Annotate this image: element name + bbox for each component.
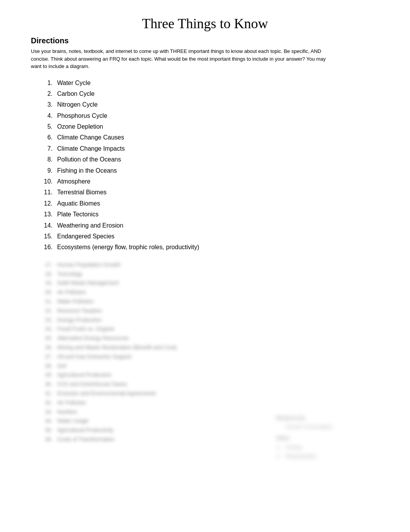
- blurred-topic-label: Nutrition: [57, 408, 77, 417]
- topic-number: 7.: [39, 144, 57, 154]
- topic-number: 4.: [39, 111, 57, 121]
- main-topic-item: 6.Climate Change Causes: [39, 133, 379, 143]
- blurred-topic-label: Fossil Fuels vs. Organic: [57, 325, 115, 334]
- blurred-topic-label: Human Population Growth: [57, 260, 120, 270]
- main-topic-item: 3.Nitrogen Cycle: [39, 100, 379, 110]
- blurred-topic-label: Air Pollution: [57, 398, 86, 408]
- topic-label: Weathering and Erosion: [57, 221, 123, 231]
- blurred-topic-label: Costs of Transformation: [57, 435, 115, 444]
- blurred-topic-label: Soil: [57, 362, 66, 371]
- blurred-topic-number: 25.: [39, 334, 57, 343]
- blurred-topic-label: Solid Waste Management: [57, 279, 119, 288]
- main-topic-item: 10.Atmosphere: [39, 177, 379, 187]
- blurred-topic-item: 27.Oil and Gas Extraction Support: [39, 352, 379, 362]
- blurred-topic-number: 28.: [39, 362, 57, 371]
- blurred-topic-label: Water Pollution: [57, 297, 93, 306]
- main-topic-item: 14.Weathering and Erosion: [39, 221, 379, 231]
- main-topic-list: 1.Water Cycle2.Carbon Cycle3.Nitrogen Cy…: [39, 78, 379, 253]
- topic-number: 1.: [39, 78, 57, 88]
- blurred-topic-label: Energy Production: [57, 316, 102, 325]
- blurred-topic-item: 32.Air Pollution: [39, 398, 379, 408]
- topic-number: 2.: [39, 89, 57, 99]
- topic-number: 3.: [39, 100, 57, 110]
- topic-number: 8.: [39, 155, 57, 165]
- topic-label: Water Cycle: [57, 78, 91, 88]
- blurred-topic-number: 24.: [39, 325, 57, 334]
- page-title: Three Things to Know: [31, 15, 379, 32]
- blurred-topic-number: 30.: [39, 380, 57, 389]
- blurred-topic-item: 17.Human Population Growth: [39, 260, 379, 270]
- topic-label: Endangered Species: [57, 231, 115, 241]
- topic-label: Phosphorus Cycle: [57, 111, 107, 121]
- blurred-topic-number: 20.: [39, 288, 57, 297]
- blurred-topic-number: 17.: [39, 260, 57, 270]
- blurred-topic-number: 27.: [39, 352, 57, 362]
- topic-label: Climate Change Impacts: [57, 144, 125, 154]
- blurred-topic-number: 29.: [39, 371, 57, 380]
- blurred-biogeography: 3.Biogeography: [276, 452, 333, 461]
- topic-label: Atmosphere: [57, 177, 90, 187]
- blurred-topic-item: 21.Water Pollution: [39, 297, 379, 306]
- main-topic-item: 9.Fishing in the Oceans: [39, 166, 379, 176]
- blurred-topic-item: 31.Emission and Environmental Agreements: [39, 389, 379, 398]
- blurred-topic-number: 26.: [39, 343, 57, 352]
- blurred-topic-label: Agricultural Productivity: [57, 426, 114, 435]
- main-topic-item: 5.Ozone Depletion: [39, 122, 379, 132]
- topic-label: Carbon Cycle: [57, 89, 95, 99]
- directions-text: Use your brains, notes, textbook, and in…: [31, 48, 332, 70]
- topic-number: 10.: [39, 177, 57, 187]
- blurred-topic-item: 30.CO2 and Greenhouse Gases: [39, 380, 379, 389]
- main-topic-item: 2.Carbon Cycle: [39, 89, 379, 99]
- topic-label: Terrestrial Biomes: [57, 187, 107, 197]
- blurred-topic-number: 34.: [39, 416, 57, 426]
- topic-label: Ozone Depletion: [57, 122, 103, 132]
- blurred-topic-item: 18.Toxicology: [39, 270, 379, 279]
- blurred-topic-item: 26.Mining and Waste Reclamation (Benefit…: [39, 343, 379, 352]
- blurred-topic-item: 29.Agricultural Production: [39, 371, 379, 380]
- main-topic-item: 7.Climate Change Impacts: [39, 144, 379, 154]
- topic-number: 5.: [39, 122, 57, 132]
- blurred-human-consumption: Human Consumption: [276, 422, 333, 431]
- topic-number: 14.: [39, 221, 57, 231]
- main-topic-item: 16.Ecosystems (energy flow, trophic role…: [39, 242, 379, 252]
- blurred-continuation: 17.Human Population Growth18.Toxicology1…: [31, 260, 379, 444]
- blurred-topic-label: Toxicology: [57, 270, 82, 279]
- directions-section: Directions Use your brains, notes, textb…: [31, 36, 379, 70]
- blurred-fishing: 2.Fishing: [276, 443, 333, 452]
- directions-heading: Directions: [31, 36, 379, 45]
- blurred-topic-number: 22.: [39, 306, 57, 316]
- topic-label: Pollution of the Oceans: [57, 155, 121, 165]
- topic-number: 12.: [39, 199, 57, 209]
- topic-number: 16.: [39, 242, 57, 252]
- topic-label: Plate Tectonics: [57, 209, 98, 219]
- blurred-topic-label: Mining and Waste Reclamation (Benefit an…: [57, 343, 177, 352]
- topic-number: 15.: [39, 231, 57, 241]
- blurred-topic-label: Oil and Gas Extraction Support: [57, 352, 132, 362]
- topic-label: Nitrogen Cycle: [57, 100, 98, 110]
- blurred-water: Water: [276, 433, 333, 442]
- topic-number: 9.: [39, 166, 57, 176]
- blurred-biodiversity: Biodiversity: [276, 413, 333, 422]
- blurred-topic-label: Emission and Environmental Agreements: [57, 389, 156, 398]
- blurred-topic-number: 32.: [39, 398, 57, 408]
- blurred-right-column: Biodiversity Human Consumption Water 2.F…: [253, 413, 333, 461]
- main-topic-item: 11.Terrestrial Biomes: [39, 187, 379, 197]
- main-topic-item: 8.Pollution of the Oceans: [39, 155, 379, 165]
- blurred-topic-number: 23.: [39, 316, 57, 325]
- blurred-topic-number: 18.: [39, 270, 57, 279]
- topic-label: Aquatic Biomes: [57, 199, 100, 209]
- blurred-topic-item: 23.Energy Production: [39, 316, 379, 325]
- topic-number: 11.: [39, 187, 57, 197]
- topic-label: Climate Change Causes: [57, 133, 124, 143]
- blurred-topic-label: Alternative Energy Resources: [57, 334, 129, 343]
- blurred-topic-number: 36.: [39, 435, 57, 444]
- topic-number: 13.: [39, 209, 57, 219]
- blurred-topic-label: Agricultural Production: [57, 371, 112, 380]
- blurred-topic-item: 28.Soil: [39, 362, 379, 371]
- main-topic-item: 4.Phosphorus Cycle: [39, 111, 379, 121]
- blurred-topic-item: 25.Alternative Energy Resources: [39, 334, 379, 343]
- topic-number: 6.: [39, 133, 57, 143]
- blurred-topic-item: 20.Air Pollution: [39, 288, 379, 297]
- main-topic-item: 12.Aquatic Biomes: [39, 199, 379, 209]
- blurred-topic-label: Water Usage: [57, 416, 88, 426]
